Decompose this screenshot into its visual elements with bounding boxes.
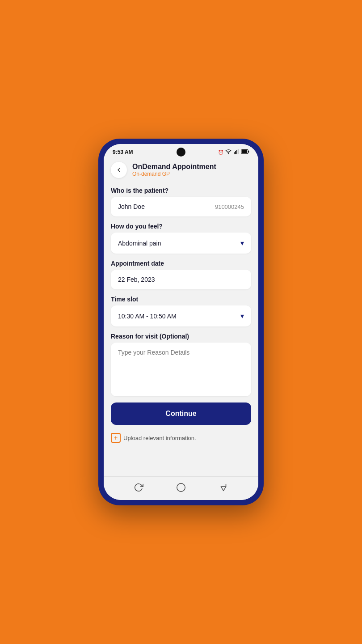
status-bar: 9:53 AM ⏰ [104,144,258,157]
date-field-box[interactable]: 22 Feb, 2023 [111,270,251,289]
form-area: Who is the patient? John Doe 910000245 H… [104,183,258,476]
date-field-group: Appointment date 22 Feb, 2023 [111,260,251,289]
date-value: 22 Feb, 2023 [118,276,155,283]
timeslot-value: 10:30 AM - 10:50 AM [118,313,177,320]
reason-textarea[interactable] [111,343,251,396]
nav-home-icon[interactable] [175,481,187,494]
timeslot-dropdown[interactable]: 10:30 AM - 10:50 AM ▾ [111,305,251,326]
app-header: OnDemand Appointment On-demand GP [104,157,258,183]
wifi-icon [225,148,232,156]
page-subtitle: On-demand GP [132,171,216,177]
nav-back-icon[interactable] [217,481,230,494]
patient-name: John Doe [118,203,145,210]
upload-icon[interactable]: + [111,433,121,443]
feel-value: Abdominal pain [118,240,161,247]
svg-point-0 [228,153,228,154]
patient-id: 910000245 [215,203,244,210]
reason-field-group: Reason for visit (Optional) [111,333,251,396]
timeslot-chevron-icon: ▾ [240,312,244,320]
back-button[interactable] [111,162,127,178]
svg-point-8 [177,483,185,491]
timeslot-label: Time slot [111,296,251,303]
header-text: OnDemand Appointment On-demand GP [132,163,216,177]
svg-rect-1 [234,152,235,154]
date-label: Appointment date [111,260,251,267]
feel-label: How do you feel? [111,223,251,230]
svg-rect-6 [248,151,249,153]
status-icons: ⏰ [218,148,249,156]
phone-shell: 9:53 AM ⏰ [98,139,264,505]
svg-rect-2 [235,151,236,154]
battery-icon [241,149,249,155]
patient-field-group: Who is the patient? John Doe 910000245 [111,187,251,216]
nav-refresh-icon[interactable] [132,481,145,494]
bottom-nav [104,476,258,500]
upload-text: Upload relevant information. [123,435,196,441]
signal-icon [233,148,240,156]
timeslot-field-group: Time slot 10:30 AM - 10:50 AM ▾ [111,296,251,326]
page-title: OnDemand Appointment [132,163,216,171]
patient-label: Who is the patient? [111,187,251,194]
svg-rect-4 [238,149,239,154]
svg-rect-7 [242,150,247,153]
alarm-icon: ⏰ [218,150,223,155]
phone-inner: 9:53 AM ⏰ [104,144,258,500]
screen-content: OnDemand Appointment On-demand GP Who is… [104,157,258,476]
feel-dropdown[interactable]: Abdominal pain ▾ [111,233,251,254]
camera-pill [177,148,185,157]
feel-field-group: How do you feel? Abdominal pain ▾ [111,223,251,254]
svg-rect-3 [236,150,237,154]
reason-label: Reason for visit (Optional) [111,333,251,340]
continue-button[interactable]: Continue [111,402,251,425]
upload-hint: + Upload relevant information. [111,431,251,443]
feel-chevron-icon: ▾ [240,239,244,247]
patient-field-box: John Doe 910000245 [111,197,251,216]
status-time: 9:53 AM [113,149,133,155]
